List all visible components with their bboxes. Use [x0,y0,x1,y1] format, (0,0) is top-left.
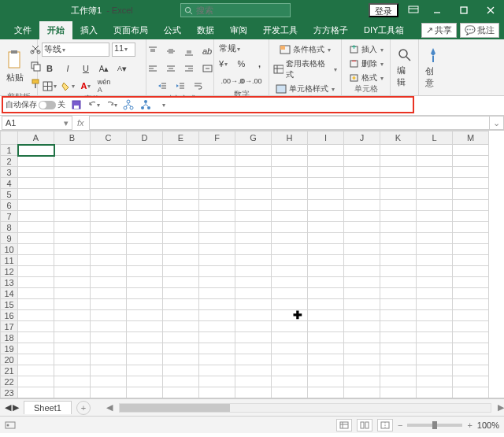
cell[interactable] [235,299,272,310]
undo-icon[interactable]: ▾ [87,98,100,111]
cell[interactable] [127,321,163,332]
cell[interactable] [127,189,163,200]
cell[interactable] [91,354,127,365]
insert-cells-button[interactable]: 插入▾ [349,44,384,55]
decrease-font-button[interactable]: A▾ [115,61,129,76]
cell[interactable] [199,167,235,178]
cell[interactable] [18,310,54,321]
cell[interactable] [453,387,489,398]
cell[interactable] [163,244,199,255]
cell[interactable] [272,277,308,288]
cell[interactable] [91,189,127,200]
cell[interactable] [91,387,127,398]
cell[interactable] [127,376,163,387]
cell[interactable] [18,233,54,244]
cell[interactable] [272,266,308,277]
cell[interactable] [54,332,91,343]
cell[interactable] [163,211,199,222]
tab-home[interactable]: 开始 [39,21,72,39]
cell[interactable] [18,387,54,398]
cell[interactable] [453,222,489,233]
cell[interactable] [235,266,272,277]
cell[interactable] [272,288,308,299]
cell[interactable] [199,321,235,332]
cell[interactable] [344,365,380,376]
cell[interactable] [91,167,127,178]
normal-view-button[interactable] [336,419,352,431]
cell[interactable] [18,277,54,288]
zoom-in-button[interactable]: + [467,420,472,430]
cell[interactable] [380,178,417,189]
cell[interactable] [417,343,453,354]
cell[interactable] [272,321,308,332]
cell[interactable] [344,145,380,156]
cell[interactable] [380,376,417,387]
cell[interactable] [54,321,91,332]
cell[interactable] [344,167,380,178]
cell[interactable] [417,211,453,222]
cell[interactable] [91,266,127,277]
tab-pagelayout[interactable]: 页面布局 [106,21,156,39]
cell[interactable] [272,200,308,211]
bold-button[interactable]: B [43,61,57,76]
cell[interactable] [344,332,380,343]
cell[interactable] [54,277,91,288]
maximize-button[interactable] [450,0,477,20]
cell[interactable] [91,178,127,189]
cell[interactable] [54,178,91,189]
cell[interactable] [417,299,453,310]
cell[interactable] [308,167,344,178]
cell[interactable] [308,343,344,354]
cell[interactable] [308,321,344,332]
cell[interactable] [344,244,380,255]
tab-diy[interactable]: DIY工具箱 [356,21,412,39]
cell[interactable] [54,222,91,233]
row-header[interactable]: 19 [1,343,18,354]
align-middle-icon[interactable] [164,44,178,58]
cell[interactable] [54,156,91,167]
row-header[interactable]: 24 [1,398,18,399]
cell[interactable] [272,244,308,255]
cell[interactable] [453,244,489,255]
column-header[interactable]: I [308,131,344,145]
column-header[interactable]: G [235,131,272,145]
font-color-button[interactable]: A▾ [79,79,93,93]
cell[interactable] [453,299,489,310]
number-format-select[interactable]: 常规▾ [219,43,265,54]
column-header[interactable]: D [127,131,163,145]
cell[interactable] [199,398,235,399]
hscroll-right-icon[interactable]: ▶ [498,402,504,413]
cell[interactable] [380,255,417,266]
cell[interactable] [235,321,272,332]
column-header[interactable]: M [453,131,489,145]
cell[interactable] [308,156,344,167]
cell[interactable] [308,222,344,233]
tab-insert[interactable]: 插入 [72,21,106,39]
cell[interactable] [272,365,308,376]
column-header[interactable]: K [380,131,417,145]
borders-button[interactable]: ▾ [43,79,57,93]
search-input[interactable] [196,6,275,15]
cell[interactable] [344,387,380,398]
cell[interactable] [235,145,272,156]
cell[interactable] [199,200,235,211]
cell[interactable] [127,200,163,211]
cell[interactable] [308,255,344,266]
cell[interactable] [127,145,163,156]
column-header[interactable]: J [344,131,380,145]
row-header[interactable]: 16 [1,310,18,321]
cell[interactable] [380,288,417,299]
pagelayout-view-button[interactable] [357,419,372,431]
cell[interactable] [18,189,54,200]
cell[interactable] [18,255,54,266]
cell[interactable] [380,299,417,310]
cell[interactable] [199,387,235,398]
row-header[interactable]: 20 [1,354,18,365]
align-left-icon[interactable] [146,61,160,76]
cell[interactable] [163,178,199,189]
font-size-select[interactable]: 11▾ [112,43,135,57]
cell[interactable] [453,365,489,376]
cell[interactable] [272,343,308,354]
cell[interactable] [199,266,235,277]
cell[interactable] [453,398,489,399]
